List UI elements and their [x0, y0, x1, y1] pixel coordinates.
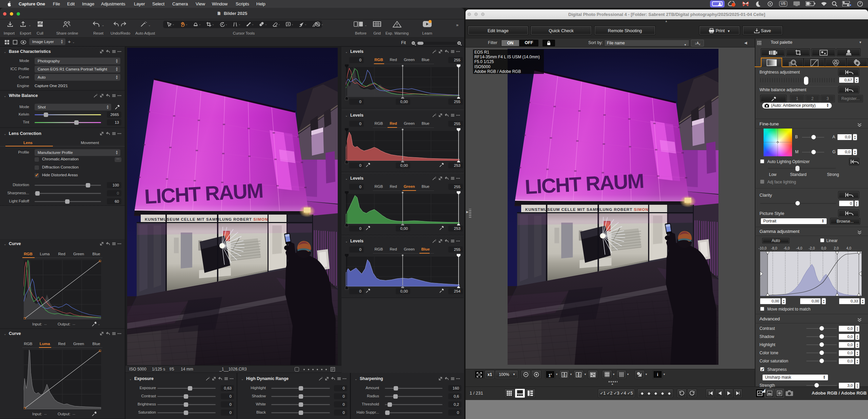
svg-text:1: 1 — [576, 374, 578, 377]
svg-text:1: 1 — [562, 374, 564, 377]
svg-text:1: 1 — [565, 374, 567, 377]
svg-text:KUNSTMUSEUM CELLE MIT SAMMLUNG: KUNSTMUSEUM CELLE MIT SAMMLUNG ROBERT SI… — [525, 207, 648, 212]
svg-text:!: ! — [638, 372, 639, 375]
svg-text:2: 2 — [579, 374, 581, 377]
svg-text:KUNSTMUSEUM CELLE MIT SAMMLUNG: KUNSTMUSEUM CELLE MIT SAMMLUNG ROBERT SI… — [145, 217, 268, 221]
